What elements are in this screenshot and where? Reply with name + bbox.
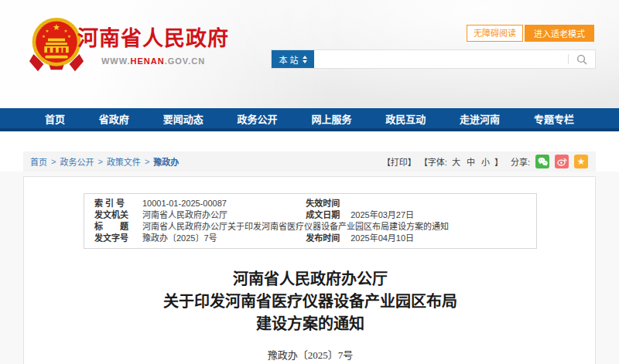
page: ★ ★ ★ ★ ★ 河南省人民政府 WWW.HENAN.GOV.CN xyxy=(0,0,619,364)
breadcrumb-separator: > xyxy=(97,157,102,166)
breadcrumb: 首页 > 政务公开 > 政策文件 > 豫政办 xyxy=(30,155,179,168)
accessibility-button[interactable]: 无障碍阅读 xyxy=(467,25,523,42)
publish-date-label: 发布时间 xyxy=(306,233,344,244)
article-title-line2: 关于印发河南省医疗仪器设备产业园区布局 xyxy=(24,291,597,313)
nav-item-about-henan[interactable]: 走进河南 xyxy=(460,111,500,126)
share-qzone-button[interactable]: ★ xyxy=(574,155,588,168)
svg-text:★: ★ xyxy=(64,29,68,33)
site-url-domain: HENAN xyxy=(131,56,165,66)
elder-mode-button[interactable]: 进入适老模式 xyxy=(525,25,594,42)
search-input[interactable] xyxy=(314,50,568,68)
search-icon xyxy=(576,54,587,65)
share-weibo-button[interactable] xyxy=(555,155,569,168)
svg-text:★: ★ xyxy=(46,29,50,33)
table-row: 发文字号 豫政办〔2025〕7号 发布时间 2025年04月10日 xyxy=(84,233,536,244)
site-scope-select[interactable]: 本 站 xyxy=(272,50,314,68)
site-title: 河南省人民政府 xyxy=(77,22,229,52)
publish-date-value: 2025年04月10日 xyxy=(344,233,414,244)
expiry-value xyxy=(344,198,351,209)
doc-number-label: 发文字号 xyxy=(94,233,136,244)
table-row: 发文机关 河南省人民政府办公厅 成文日期 2025年03月27日 xyxy=(84,209,536,221)
font-size-medium[interactable]: 中 xyxy=(467,155,475,168)
article-doc-number: 豫政办〔2025〕7号 xyxy=(24,347,597,362)
site-header: ★ ★ ★ ★ ★ 河南省人民政府 WWW.HENAN.GOV.CN xyxy=(0,0,619,108)
header-actions: 无障碍阅读 进入适老模式 xyxy=(467,25,594,42)
svg-text:★: ★ xyxy=(53,22,60,32)
font-size-small[interactable]: 小 xyxy=(481,155,490,168)
doc-info-table: 索 引 号 10001-01-2025-00087 失效时间 发文机关 河南省人… xyxy=(84,193,537,249)
nav-item-news[interactable]: 要闻动态 xyxy=(163,111,203,126)
star-icon: ★ xyxy=(577,157,586,166)
doc-index-value: 10001-01-2025-00087 xyxy=(136,198,227,209)
select-arrows-icon xyxy=(303,56,307,63)
article-title-line3: 建设方案的通知 xyxy=(24,313,597,335)
article-card: 索 引 号 10001-01-2025-00087 失效时间 发文机关 河南省人… xyxy=(23,176,596,364)
weibo-icon xyxy=(557,157,567,166)
doc-number-value: 豫政办〔2025〕7号 xyxy=(136,233,217,244)
table-row: 标 题 河南省人民政府办公厅关于印发河南省医疗仪器设备产业园区布局建设方案的通知 xyxy=(84,221,536,233)
page-tools: 【打印】 【字体: 大 中 小 】 分享: xyxy=(382,155,588,168)
wechat-icon xyxy=(538,157,548,166)
doc-title-value: 河南省人民政府办公厅关于印发河南省医疗仪器设备产业园区布局建设方案的通知 xyxy=(136,221,449,233)
breadcrumb-bar: 首页 > 政务公开 > 政策文件 > 豫政办 【打印】 【字体: 大 中 小 】… xyxy=(23,151,596,172)
search-bar: 本 站 xyxy=(271,49,596,69)
nav-item-online-services[interactable]: 网上服务 xyxy=(311,111,351,126)
issuing-agency-value: 河南省人民政府办公厅 xyxy=(136,209,227,221)
site-identity: 河南省人民政府 WWW.HENAN.GOV.CN xyxy=(77,22,229,66)
nav-item-interaction[interactable]: 政民互动 xyxy=(385,111,426,126)
search-button[interactable] xyxy=(569,50,595,68)
nav-item-gov-affairs[interactable]: 政务公开 xyxy=(238,111,278,126)
print-button[interactable]: 【打印】 xyxy=(382,155,416,168)
svg-text:★: ★ xyxy=(67,34,71,39)
doc-title-label: 标 题 xyxy=(94,221,136,233)
table-row: 索 引 号 10001-01-2025-00087 失效时间 xyxy=(84,198,536,209)
breadcrumb-home[interactable]: 首页 xyxy=(30,155,47,168)
article-title-line1: 河南省人民政府办公厅 xyxy=(24,268,597,291)
font-size-label: 【字体: xyxy=(419,155,447,168)
scope-label: 本 站 xyxy=(279,53,298,66)
breadcrumb-gov-affairs[interactable]: 政务公开 xyxy=(60,155,94,168)
emblem-icon: ★ ★ ★ ★ ★ xyxy=(28,17,85,73)
nav-item-provincial-gov[interactable]: 省政府 xyxy=(99,111,129,126)
breadcrumb-separator: > xyxy=(145,157,149,166)
doc-index-label: 索 引 号 xyxy=(94,198,136,209)
site-url-www: WWW. xyxy=(101,56,131,66)
written-date-value: 2025年03月27日 xyxy=(344,209,414,221)
national-emblem-logo[interactable]: ★ ★ ★ ★ ★ xyxy=(28,17,85,73)
breadcrumb-policy-files[interactable]: 政策文件 xyxy=(107,155,141,168)
nav-item-home[interactable]: 首页 xyxy=(45,111,65,126)
share-wechat-button[interactable] xyxy=(535,155,549,168)
expiry-label: 失效时间 xyxy=(306,198,344,209)
article-title: 河南省人民政府办公厅 关于印发河南省医疗仪器设备产业园区布局 建设方案的通知 xyxy=(24,268,597,335)
breadcrumb-current: 豫政办 xyxy=(153,155,179,168)
svg-text:★: ★ xyxy=(42,34,46,39)
site-url: WWW.HENAN.GOV.CN xyxy=(77,56,229,66)
site-url-suffix: .GOV.CN xyxy=(165,56,205,66)
font-size-label-close: 】 xyxy=(494,155,503,168)
written-date-label: 成文日期 xyxy=(306,209,344,221)
issuing-agency-label: 发文机关 xyxy=(94,209,136,221)
share-label: 分享: xyxy=(511,155,530,168)
nav-item-special-topics[interactable]: 专题专栏 xyxy=(534,111,574,126)
main-nav: 首页 省政府 要闻动态 政务公开 网上服务 政民互动 走进河南 专题专栏 xyxy=(0,108,619,131)
font-size-large[interactable]: 大 xyxy=(452,155,460,168)
breadcrumb-separator: > xyxy=(51,157,56,166)
